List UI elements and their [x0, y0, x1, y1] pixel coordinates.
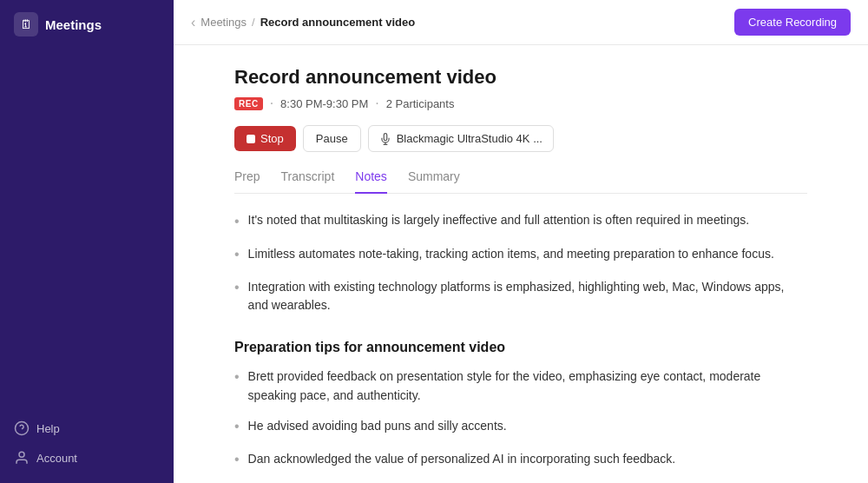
tab-transcript[interactable]: Transcript: [281, 169, 335, 194]
breadcrumb: ‹ Meetings / Record announcement video: [191, 15, 415, 30]
account-label: Account: [36, 452, 77, 465]
sidebar-item-help[interactable]: Help: [14, 417, 160, 440]
stop-label: Stop: [260, 132, 284, 145]
tab-prep[interactable]: Prep: [234, 169, 260, 194]
stop-button[interactable]: Stop: [234, 126, 296, 151]
sidebar-logo-text: Meetings: [45, 17, 102, 32]
main-panel: ‹ Meetings / Record announcement video C…: [174, 0, 868, 483]
notes-list-bottom: Brett provided feedback on presentation …: [234, 367, 807, 471]
notes-section-1: It's noted that multitasking is largely …: [234, 211, 807, 315]
tab-notes[interactable]: Notes: [355, 169, 387, 194]
notes-list-top: Limitless automates note-taking, trackin…: [234, 245, 807, 315]
tabs: Prep Transcript Notes Summary: [234, 169, 807, 194]
svg-point-2: [19, 452, 24, 457]
meetings-icon: 🗓: [14, 12, 38, 36]
help-label: Help: [36, 422, 60, 435]
meeting-title: Record announcement video: [234, 66, 807, 89]
notes-truncated-item: It's noted that multitasking is largely …: [234, 211, 807, 233]
meta-dot-2: ·: [375, 96, 378, 111]
mic-button[interactable]: Blackmagic UltraStudio 4K ...: [368, 125, 554, 152]
meeting-participants: 2 Participants: [386, 97, 455, 110]
help-icon: [14, 420, 30, 436]
list-item: Brett provided feedback on presentation …: [234, 367, 807, 405]
content-scroll[interactable]: Record announcement video REC · 8:30 PM-…: [174, 45, 868, 483]
breadcrumb-separator: /: [252, 16, 255, 29]
stop-icon: [247, 135, 255, 143]
mic-icon: [379, 133, 391, 145]
breadcrumb-root[interactable]: Meetings: [201, 16, 247, 29]
chevron-left-icon: ‹: [191, 15, 195, 30]
sidebar-logo: 🗓 Meetings: [0, 0, 174, 49]
rec-badge: REC: [234, 97, 263, 110]
list-item: Dan acknowledged the value of personaliz…: [234, 450, 807, 471]
meta-dot-1: ·: [270, 96, 273, 111]
content-inner: Record announcement video REC · 8:30 PM-…: [217, 45, 825, 483]
create-recording-button[interactable]: Create Recording: [734, 9, 851, 36]
meeting-meta: REC · 8:30 PM-9:30 PM · 2 Participants: [234, 96, 807, 111]
sidebar-bottom: Help Account: [0, 403, 174, 483]
tab-summary[interactable]: Summary: [408, 169, 460, 194]
topbar: ‹ Meetings / Record announcement video C…: [174, 0, 868, 45]
list-item: He advised avoiding bad puns and silly a…: [234, 417, 807, 438]
pause-button[interactable]: Pause: [303, 125, 361, 152]
sidebar: 🗓 Meetings Help Account: [0, 0, 174, 483]
notes-section-2: Preparation tips for announcement video …: [234, 340, 807, 483]
section-2-title: Preparation tips for announcement video: [234, 340, 807, 355]
meeting-controls: Stop Pause Blackmagic UltraStudio 4K ...: [234, 125, 807, 152]
list-item: Integration with existing technology pla…: [234, 278, 807, 315]
breadcrumb-current: Record announcement video: [260, 16, 415, 29]
mic-label: Blackmagic UltraStudio 4K ...: [397, 132, 542, 145]
sidebar-item-account[interactable]: Account: [14, 447, 160, 469]
account-icon: [14, 450, 30, 466]
meeting-time: 8:30 PM-9:30 PM: [280, 97, 368, 110]
list-item: Limitless automates note-taking, trackin…: [234, 245, 807, 266]
